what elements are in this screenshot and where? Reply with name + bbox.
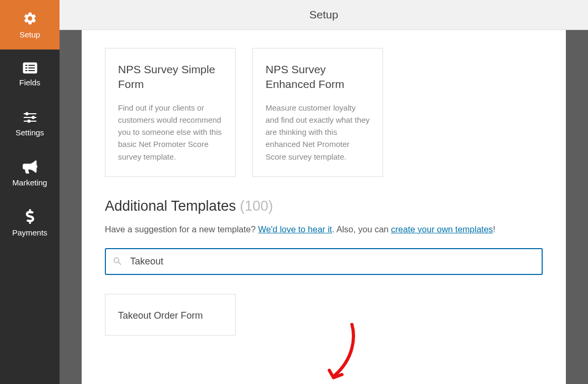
template-card-takeout[interactable]: Takeout Order Form bbox=[105, 294, 236, 336]
sidebar-item-label: Setup bbox=[19, 30, 40, 39]
template-card-desc: Find out if your clients or customers wo… bbox=[118, 102, 222, 163]
template-card-title: NPS Survey Enhanced Form bbox=[266, 62, 370, 92]
list-icon bbox=[23, 62, 37, 74]
suggestion-link[interactable]: We'd love to hear it bbox=[258, 224, 332, 234]
create-own-link[interactable]: create your own templates bbox=[391, 224, 493, 234]
search-input[interactable] bbox=[105, 248, 543, 275]
sidebar-item-setup[interactable]: Setup bbox=[0, 0, 60, 50]
sidebar-item-marketing[interactable]: Marketing bbox=[0, 149, 60, 198]
sidebar-item-fields[interactable]: Fields bbox=[0, 50, 60, 99]
additional-templates-text: Have a suggestion for a new template? We… bbox=[105, 222, 543, 237]
templates-count: (100) bbox=[240, 198, 273, 214]
sidebar-item-label: Payments bbox=[12, 228, 47, 237]
arrow-annotation-icon bbox=[323, 322, 365, 384]
sliders-icon bbox=[23, 111, 37, 124]
sidebar-item-label: Settings bbox=[15, 128, 44, 137]
svg-point-11 bbox=[32, 116, 35, 119]
sidebar-item-label: Marketing bbox=[13, 178, 47, 187]
bullhorn-icon bbox=[23, 160, 37, 174]
sidebar-item-label: Fields bbox=[19, 78, 40, 87]
sidebar-item-settings[interactable]: Settings bbox=[0, 99, 60, 149]
svg-point-10 bbox=[25, 112, 28, 115]
gear-icon bbox=[23, 11, 37, 26]
template-card-title: NPS Survey Simple Form bbox=[118, 62, 222, 92]
template-card-title: Takeout Order Form bbox=[118, 310, 222, 321]
additional-templates-heading: Additional Templates (100) bbox=[105, 198, 543, 214]
page-header: Setup bbox=[60, 0, 588, 30]
page-title: Setup bbox=[309, 8, 338, 21]
template-card-nps-simple[interactable]: NPS Survey Simple Form Find out if your … bbox=[105, 48, 236, 177]
template-card-nps-enhanced[interactable]: NPS Survey Enhanced Form Measure custome… bbox=[252, 48, 383, 177]
sidebar: Setup Fields Settings Marketing Payments bbox=[0, 0, 60, 384]
dollar-icon bbox=[25, 209, 35, 224]
search-icon bbox=[112, 256, 123, 267]
svg-point-12 bbox=[27, 120, 31, 123]
template-card-desc: Measure customer loyalty and find out ex… bbox=[266, 102, 370, 163]
sidebar-item-payments[interactable]: Payments bbox=[0, 198, 60, 248]
